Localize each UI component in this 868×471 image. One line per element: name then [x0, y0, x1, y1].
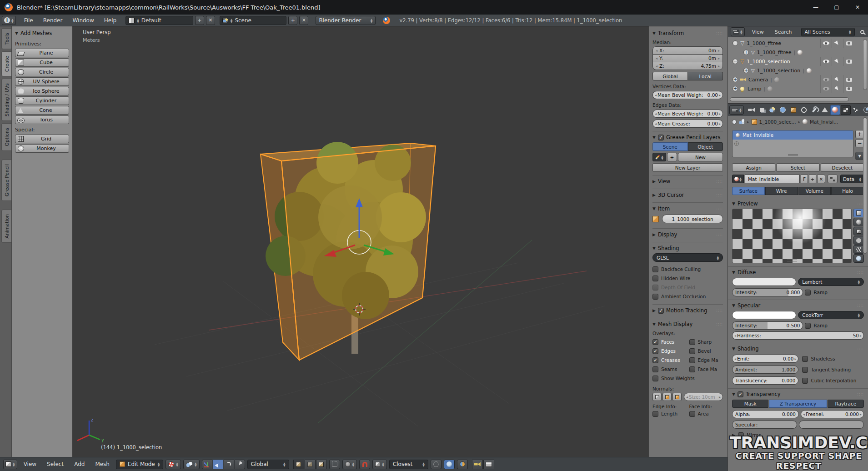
loose-edge-normals-button[interactable] — [662, 393, 672, 401]
alpha-slider[interactable]: Alpha:0.000 — [732, 410, 799, 418]
mask-tab[interactable]: Mask — [732, 400, 768, 408]
face-area-checkbox[interactable]: Area — [689, 409, 723, 418]
visibility-toggle[interactable] — [820, 39, 832, 48]
add-plane-button[interactable]: Plane — [15, 49, 69, 57]
gp-object-button[interactable]: Object — [688, 142, 723, 151]
renderability-toggle[interactable] — [843, 84, 854, 93]
proportional-edit-selector[interactable]: ▲▼ — [342, 460, 357, 469]
tab-physics[interactable] — [862, 105, 868, 115]
screen-layout-selector[interactable]: ▲▼ Default — [125, 16, 193, 25]
viewport-3d[interactable]: User Persp Meters z y (144) 1_1000_selec… — [73, 26, 648, 457]
search-icon[interactable] — [860, 30, 864, 34]
preview-flat-button[interactable] — [853, 209, 864, 217]
tab-texture[interactable] — [841, 105, 851, 115]
menu-window[interactable]: Window — [68, 15, 98, 26]
menu-render[interactable]: Render — [39, 15, 67, 26]
transparency-extra-slider[interactable] — [799, 421, 864, 429]
diffuse-color-swatch[interactable] — [732, 278, 796, 286]
outliner-item-fftree-data[interactable]: + ▽ 1_1000_fftree | — [728, 48, 868, 57]
outliner-search-menu[interactable]: Search — [770, 26, 797, 37]
transform-orientation-selector[interactable]: Global▲▼ — [247, 460, 289, 469]
viewport-shading-selector[interactable]: ▲▼ — [166, 460, 181, 469]
specular-shader-selector[interactable]: CookTorr▲▼ — [798, 311, 864, 319]
select-button[interactable]: Select — [776, 163, 819, 172]
selectability-toggle[interactable] — [832, 75, 843, 84]
surface-tab[interactable]: Surface — [732, 187, 765, 195]
face-select-button[interactable] — [316, 460, 327, 469]
selectability-toggle[interactable] — [832, 57, 843, 66]
overlay-creases-checkbox[interactable]: Creases — [652, 356, 687, 365]
tab-shading-uvs[interactable]: Shading / UVs — [1, 79, 11, 121]
properties-vertical-scrollbar[interactable] — [863, 117, 867, 254]
pivot-point-selector[interactable]: ▲▼ — [183, 460, 200, 469]
render-engine-selector[interactable]: Blender Render ▲▼ — [316, 16, 376, 25]
outliner-vertical-scrollbar[interactable] — [863, 39, 867, 90]
tab-world[interactable] — [778, 105, 788, 115]
depth-of-field-checkbox[interactable]: Depth Of Field — [652, 283, 723, 292]
show-weights-checkbox[interactable]: Show Weights — [652, 374, 723, 383]
fresnel-field[interactable]: ◂Fresnel:0.000▸ — [801, 410, 864, 418]
menu-help[interactable]: Help — [100, 15, 121, 26]
visibility-toggle[interactable] — [820, 75, 832, 84]
median-y-field[interactable]: ◂Y:0m▸ — [652, 54, 723, 62]
expand-icon[interactable]: + — [743, 68, 749, 73]
volume-tab[interactable]: Volume — [798, 187, 831, 195]
translate-manipulator-button[interactable] — [213, 460, 223, 469]
add-cone-button[interactable]: Cone — [15, 106, 69, 115]
mode-selector[interactable]: Edit Mode ▲▼ — [116, 460, 163, 469]
mean-crease-field[interactable]: ◂Mean Crease:0.00▸ — [652, 120, 723, 128]
expand-icon[interactable]: + — [733, 86, 738, 91]
motion-tracking-checkbox[interactable] — [658, 308, 664, 314]
tab-grease-pencil[interactable]: Grease Pencil — [1, 160, 11, 201]
delete-scene-button[interactable]: ✕ — [299, 16, 308, 25]
assign-button[interactable]: Assign — [732, 163, 775, 172]
resize-grip-icon[interactable] — [787, 260, 797, 261]
tab-render[interactable] — [747, 105, 757, 115]
rotate-manipulator-button[interactable] — [224, 460, 234, 469]
proportional-connected-button[interactable] — [457, 460, 468, 469]
snap-element-selector[interactable]: ▲▼ — [372, 460, 387, 469]
z-transparency-tab[interactable]: Z Transparency — [769, 400, 827, 408]
tab-animation[interactable]: Animation — [1, 210, 11, 243]
outliner-editor-type-selector[interactable]: ▲▼ — [731, 27, 745, 36]
hardness-field[interactable]: ◂Hardness:50▸ — [732, 331, 864, 340]
collapse-icon[interactable]: − — [733, 40, 738, 46]
mesh-display-panel-header[interactable]: ▼Mesh Display:::: — [652, 321, 723, 327]
opengl-render-anim-button[interactable] — [483, 460, 494, 469]
delete-layout-button[interactable]: ✕ — [206, 16, 215, 25]
material-name-field[interactable]: Mat_Invisible — [745, 175, 800, 183]
ambient-slider[interactable]: Ambient:1.000 — [732, 366, 798, 374]
transparency-panel-header[interactable]: ▼Transparency:::: — [732, 391, 864, 397]
median-z-field[interactable]: ◂Z:4.75m▸ — [652, 62, 723, 70]
transform-panel-header[interactable]: ▼Transform:::: — [652, 30, 723, 36]
manipulator-axes-button[interactable] — [202, 460, 212, 469]
material-slot-list[interactable]: Mat_Invisible + — [732, 130, 853, 157]
outliner-item-lamp[interactable]: + Lamp | — [728, 84, 868, 93]
item-name-field[interactable]: 1_1000_selection — [662, 215, 723, 223]
preview-panel-header[interactable]: ▼Preview:::: — [732, 200, 864, 207]
global-button[interactable]: Global — [652, 72, 688, 80]
add-ico-sphere-button[interactable]: Ico Sphere — [15, 87, 69, 95]
preview-world-button[interactable] — [853, 254, 864, 263]
overlay-seams-checkbox[interactable]: Seams — [652, 365, 687, 374]
display-panel-header[interactable]: ▶Display:::: — [652, 231, 723, 238]
add-uv-sphere-button[interactable]: UV Sphere — [15, 77, 69, 86]
menu-file[interactable]: File — [20, 15, 38, 26]
renderability-toggle[interactable] — [843, 39, 854, 48]
diffuse-intensity-slider[interactable]: Intensity:0.800 — [732, 288, 803, 296]
edge-length-checkbox[interactable]: Length — [652, 409, 687, 418]
selectability-toggle[interactable] — [832, 84, 843, 93]
add-scene-button[interactable]: + — [288, 16, 297, 25]
mirror-panel-header[interactable]: ▶Mirror — [732, 431, 864, 440]
snap-toggle-button[interactable] — [359, 460, 370, 469]
collapse-icon[interactable]: − — [733, 59, 738, 64]
vertex-bevel-weight-field[interactable]: ◂Mean Bevel Weigh:0.00▸ — [652, 91, 723, 99]
expand-icon[interactable]: + — [743, 50, 749, 55]
overlay-edge-marks-checkbox[interactable]: Edge Ma — [689, 356, 723, 365]
tab-material[interactable] — [830, 105, 840, 115]
shading-mode-selector[interactable]: GLSL▲▼ — [652, 253, 723, 262]
outliner-item-fftree[interactable]: − ▽ 1_1000_fftree — [728, 39, 868, 48]
outliner-item-selection-data[interactable]: + ▽ 1_1000_selection | — [728, 66, 868, 75]
add-monkey-button[interactable]: Monkey — [15, 144, 69, 153]
add-layout-button[interactable]: + — [195, 16, 204, 25]
